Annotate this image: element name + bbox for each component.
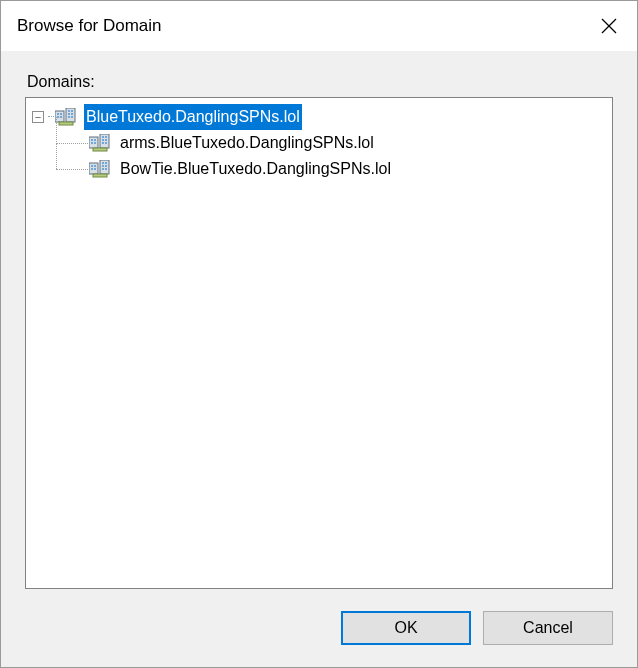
svg-rect-15 xyxy=(89,137,98,148)
close-button[interactable] xyxy=(585,2,633,50)
svg-rect-20 xyxy=(100,134,109,148)
svg-rect-11 xyxy=(71,113,73,115)
tree-connector xyxy=(56,156,88,182)
domains-label: Domains: xyxy=(27,73,613,91)
domain-icon xyxy=(88,133,114,153)
svg-rect-34 xyxy=(102,162,104,164)
close-icon xyxy=(601,18,617,34)
svg-rect-38 xyxy=(102,168,104,170)
tree-child-label: arms.BlueTuxedo.DanglingSPNs.lol xyxy=(118,130,376,156)
svg-rect-13 xyxy=(71,116,73,118)
svg-rect-37 xyxy=(105,165,107,167)
svg-rect-30 xyxy=(94,165,96,167)
svg-rect-3 xyxy=(57,113,59,115)
svg-rect-23 xyxy=(102,139,104,141)
svg-rect-9 xyxy=(71,110,73,112)
svg-rect-8 xyxy=(68,110,70,112)
svg-rect-16 xyxy=(91,139,93,141)
svg-rect-22 xyxy=(105,136,107,138)
svg-rect-28 xyxy=(89,163,98,174)
titlebar: Browse for Domain xyxy=(1,1,637,51)
svg-rect-39 xyxy=(105,168,107,170)
tree-child-row[interactable]: arms.BlueTuxedo.DanglingSPNs.lol xyxy=(32,130,606,156)
svg-rect-35 xyxy=(105,162,107,164)
svg-rect-33 xyxy=(100,160,109,174)
dialog-window: Browse for Domain Domains: − xyxy=(0,0,638,668)
cancel-button[interactable]: Cancel xyxy=(483,611,613,645)
svg-rect-19 xyxy=(94,142,96,144)
svg-rect-21 xyxy=(102,136,104,138)
svg-rect-7 xyxy=(66,108,75,122)
svg-rect-5 xyxy=(57,116,59,118)
svg-rect-29 xyxy=(91,165,93,167)
svg-rect-32 xyxy=(94,168,96,170)
svg-rect-4 xyxy=(60,113,62,115)
svg-rect-24 xyxy=(105,139,107,141)
tree-root-label: BlueTuxedo.DanglingSPNs.lol xyxy=(84,104,302,130)
svg-rect-14 xyxy=(59,122,73,125)
window-title: Browse for Domain xyxy=(17,16,585,36)
domain-icon xyxy=(54,107,80,127)
svg-rect-36 xyxy=(102,165,104,167)
svg-rect-31 xyxy=(91,168,93,170)
svg-rect-6 xyxy=(60,116,62,118)
ok-button[interactable]: OK xyxy=(341,611,471,645)
svg-rect-12 xyxy=(68,116,70,118)
expand-toggle[interactable]: − xyxy=(32,111,44,123)
button-row: OK Cancel xyxy=(25,589,613,645)
tree-root-row[interactable]: − xyxy=(32,104,606,130)
svg-rect-40 xyxy=(93,174,107,177)
domain-icon xyxy=(88,159,114,179)
svg-rect-25 xyxy=(102,142,104,144)
client-area: Domains: − xyxy=(1,51,637,667)
tree-child-label: BowTie.BlueTuxedo.DanglingSPNs.lol xyxy=(118,156,393,182)
tree-connector xyxy=(56,130,88,156)
svg-rect-26 xyxy=(105,142,107,144)
domain-tree[interactable]: − xyxy=(25,97,613,589)
svg-rect-10 xyxy=(68,113,70,115)
svg-rect-18 xyxy=(91,142,93,144)
tree-child-row[interactable]: BowTie.BlueTuxedo.DanglingSPNs.lol xyxy=(32,156,606,182)
svg-rect-27 xyxy=(93,148,107,151)
svg-rect-17 xyxy=(94,139,96,141)
